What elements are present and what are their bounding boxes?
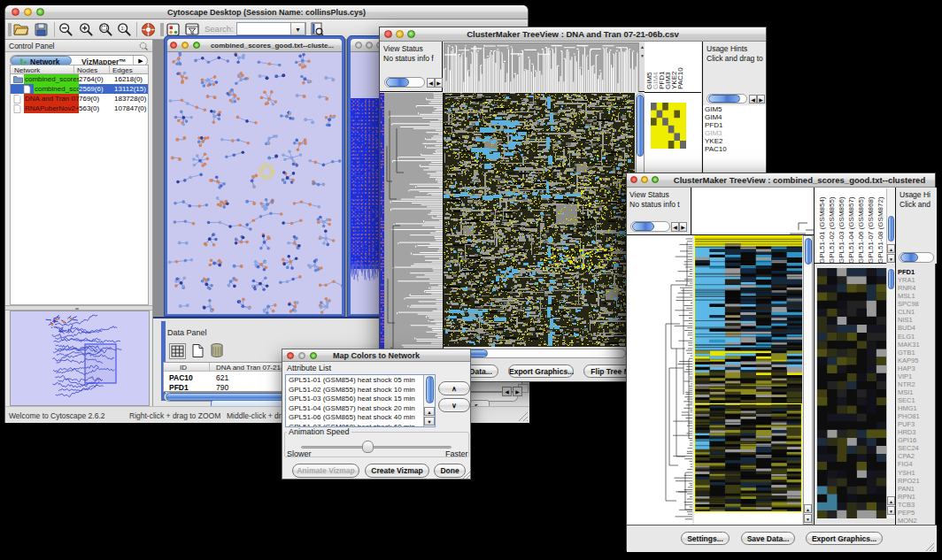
svg-text:1:: 1: [120,26,125,31]
